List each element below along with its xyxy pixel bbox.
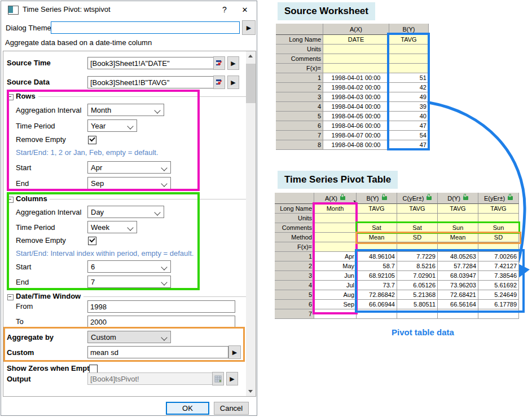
- cell[interactable]: 66.56164: [438, 300, 478, 309]
- cell[interactable]: [397, 214, 438, 223]
- cell[interactable]: Jul: [314, 281, 357, 290]
- cell[interactable]: [389, 54, 429, 64]
- cell[interactable]: Mean: [357, 233, 397, 242]
- cell[interactable]: 68.92105: [357, 271, 397, 281]
- column-header[interactable]: E(yEr±): [478, 193, 519, 204]
- cell[interactable]: [389, 64, 429, 73]
- column-header[interactable]: B(Y): [357, 193, 397, 204]
- cancel-button[interactable]: Cancel: [214, 402, 249, 415]
- cell[interactable]: SD: [397, 233, 438, 242]
- source-data-input[interactable]: [87, 76, 215, 88]
- cell[interactable]: [323, 54, 389, 64]
- column-header[interactable]: C(yEr±): [397, 193, 438, 204]
- cell[interactable]: 58.7: [357, 261, 397, 271]
- cell[interactable]: 6.05126: [397, 281, 438, 290]
- column-header[interactable]: B(Y): [389, 24, 429, 35]
- cell[interactable]: DATE: [323, 35, 389, 45]
- cell[interactable]: [438, 309, 478, 319]
- cell[interactable]: 5.24649: [478, 290, 519, 300]
- cell[interactable]: [357, 309, 397, 319]
- cell[interactable]: 51: [389, 73, 429, 83]
- row-header[interactable]: 7: [275, 309, 314, 319]
- cell[interactable]: TAVG: [478, 204, 519, 214]
- cell[interactable]: Sat: [357, 223, 397, 233]
- cell[interactable]: [478, 309, 519, 319]
- row-header[interactable]: 6: [275, 300, 314, 309]
- rows-remove-empty-checkbox[interactable]: [88, 136, 96, 144]
- column-header[interactable]: D(Y): [438, 193, 478, 204]
- cell[interactable]: [323, 64, 389, 73]
- cell[interactable]: 5.80511: [397, 300, 438, 309]
- cell[interactable]: 7.00266: [478, 252, 519, 261]
- cell[interactable]: 68.03947: [438, 271, 478, 281]
- cell[interactable]: 1998-04-05 00:00: [323, 112, 389, 121]
- cell[interactable]: Sat: [397, 223, 438, 233]
- custom-input[interactable]: [87, 346, 228, 358]
- output-worksheet-button[interactable]: [212, 372, 224, 385]
- cell[interactable]: 1998-04-07 00:00: [323, 131, 389, 140]
- row-header[interactable]: 2: [276, 83, 323, 92]
- cell[interactable]: 8.5216: [397, 261, 438, 271]
- row-header[interactable]: F(x)=: [276, 64, 323, 73]
- cell[interactable]: TAVG: [397, 204, 438, 214]
- from-input[interactable]: [87, 300, 235, 313]
- cell[interactable]: 1998-04-08 00:00: [323, 140, 389, 150]
- scroll-up-icon[interactable]: [246, 51, 256, 61]
- cell[interactable]: 49: [389, 92, 429, 102]
- row-header[interactable]: Comments: [275, 223, 314, 233]
- cell[interactable]: [314, 214, 357, 223]
- cell[interactable]: 1998-04-03 00:00: [323, 92, 389, 102]
- cell[interactable]: 7.7229: [397, 252, 438, 261]
- cell[interactable]: [314, 242, 357, 252]
- cell[interactable]: Month: [314, 204, 357, 214]
- rows-end-select[interactable]: Sep: [87, 177, 171, 189]
- columns-remove-empty-checkbox[interactable]: [88, 237, 96, 245]
- cell[interactable]: 1998-04-06 00:00: [323, 121, 389, 131]
- cell[interactable]: [438, 242, 478, 252]
- collapse-datetime-icon[interactable]: [7, 294, 14, 300]
- cell[interactable]: 66.06944: [357, 300, 397, 309]
- cell[interactable]: [357, 214, 397, 223]
- cell[interactable]: 5.21368: [397, 290, 438, 300]
- cell[interactable]: 1998-04-02 00:00: [323, 83, 389, 92]
- collapse-rows-icon[interactable]: [7, 94, 14, 100]
- output-input[interactable]: [87, 372, 213, 385]
- cell[interactable]: 39: [389, 102, 429, 112]
- row-header[interactable]: 1: [276, 73, 323, 83]
- cell[interactable]: 7.42127: [478, 261, 519, 271]
- cell[interactable]: [314, 233, 357, 242]
- scrollbar-thumb[interactable]: [246, 64, 256, 103]
- columns-start-select[interactable]: 6: [87, 260, 171, 273]
- row-header[interactable]: Long Name: [276, 35, 323, 45]
- source-time-column-picker-button[interactable]: [213, 56, 225, 70]
- cell[interactable]: [389, 45, 429, 54]
- row-header[interactable]: Units: [276, 45, 323, 54]
- columns-time-period-select[interactable]: Week: [87, 221, 137, 233]
- cell[interactable]: [478, 214, 519, 223]
- cell[interactable]: 7.38546: [478, 271, 519, 281]
- cell[interactable]: 1998-04-01 00:00: [323, 73, 389, 83]
- row-header[interactable]: 4: [276, 102, 323, 112]
- cell[interactable]: TAVG: [389, 35, 429, 45]
- cell[interactable]: Apr: [314, 252, 357, 261]
- cell[interactable]: Mean: [438, 233, 478, 242]
- row-header[interactable]: 2: [275, 261, 314, 271]
- cell[interactable]: [314, 223, 357, 233]
- help-button[interactable]: ?: [215, 1, 234, 18]
- row-header[interactable]: F(x)=: [275, 242, 314, 252]
- source-data-column-picker-button[interactable]: [213, 76, 225, 89]
- cell[interactable]: 7.02901: [397, 271, 438, 281]
- cell[interactable]: TAVG: [357, 204, 397, 214]
- rows-aggregation-interval-select[interactable]: Month: [87, 104, 164, 116]
- column-header[interactable]: A(X): [323, 24, 389, 35]
- cell[interactable]: TAVG: [438, 204, 478, 214]
- dialog-titlebar[interactable]: Time Series Pivot: wtspivot ? ✕: [1, 1, 257, 18]
- vertical-scrollbar[interactable]: [246, 51, 256, 396]
- source-data-flyout-button[interactable]: ▶: [227, 76, 239, 89]
- cell[interactable]: 72.86842: [357, 290, 397, 300]
- cell[interactable]: [478, 242, 519, 252]
- column-header[interactable]: A(X): [314, 193, 357, 204]
- cell[interactable]: 47: [389, 140, 429, 150]
- row-header[interactable]: Long Name: [275, 204, 314, 214]
- collapse-columns-icon[interactable]: [7, 197, 14, 203]
